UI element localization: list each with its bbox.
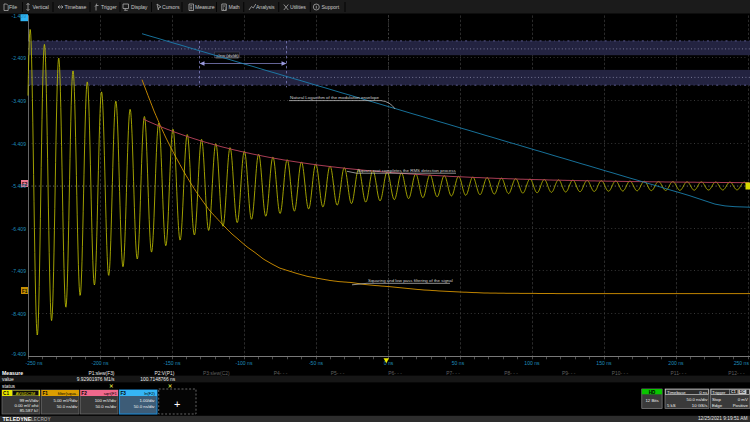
svg-text:-8.409: -8.409 bbox=[12, 311, 27, 317]
svg-text:50.0 ns/div: 50.0 ns/div bbox=[57, 404, 79, 409]
svg-text:-5.409: -5.409 bbox=[12, 183, 27, 189]
svg-text:85.587 k#: 85.587 k# bbox=[20, 408, 39, 413]
svg-text:Measure: Measure bbox=[195, 4, 215, 10]
svg-text:Square root completes the RMS: Square root completes the RMS detection … bbox=[358, 168, 457, 173]
svg-text:-9.409: -9.409 bbox=[12, 351, 27, 357]
svg-text:Vertical: Vertical bbox=[33, 4, 49, 10]
svg-text:-3.409: -3.409 bbox=[12, 98, 27, 104]
svg-text:value: value bbox=[2, 377, 14, 382]
svg-text:0 ns: 0 ns bbox=[699, 390, 707, 395]
svg-text:100.7148766 ns: 100.7148766 ns bbox=[140, 377, 176, 382]
svg-text:C1: C1 bbox=[731, 390, 736, 394]
svg-text:✕: ✕ bbox=[109, 383, 114, 389]
svg-text:-4.409: -4.409 bbox=[12, 141, 27, 147]
svg-text:50.0 ns/div: 50.0 ns/div bbox=[687, 397, 709, 402]
svg-text:P10- - -: P10- - - bbox=[612, 371, 629, 376]
svg-text:-250 ns: -250 ns bbox=[26, 360, 43, 366]
svg-text:Timebase: Timebase bbox=[65, 4, 87, 10]
svg-text:P6- - -: P6- - - bbox=[388, 371, 402, 376]
svg-text:P8- - -: P8- - - bbox=[504, 371, 518, 376]
svg-text:5 kS: 5 kS bbox=[667, 403, 676, 408]
svg-text:Measure: Measure bbox=[2, 370, 23, 376]
svg-text:Timebase: Timebase bbox=[667, 390, 686, 395]
svg-text:✕: ✕ bbox=[168, 383, 173, 389]
svg-text:Cursors: Cursors bbox=[162, 4, 180, 10]
svg-text:0 mV: 0 mV bbox=[738, 397, 748, 402]
svg-text:-50 ns: -50 ns bbox=[309, 360, 324, 366]
svg-text:Trigger: Trigger bbox=[101, 4, 117, 10]
svg-text:DC: DC bbox=[740, 390, 746, 394]
svg-text:filter(squa..: filter(squa.. bbox=[58, 391, 78, 396]
svg-text:-7.409: -7.409 bbox=[12, 268, 27, 274]
svg-text:P9- - -: P9- - - bbox=[562, 371, 576, 376]
svg-text:250 ns: 250 ns bbox=[734, 360, 750, 366]
svg-text:P12- - -: P12- - - bbox=[728, 371, 745, 376]
svg-text:-6.409: -6.409 bbox=[12, 226, 27, 232]
svg-text:200 ns: 200 ns bbox=[668, 360, 684, 366]
svg-text:-2.409: -2.409 bbox=[12, 55, 27, 61]
svg-text:-150 ns: -150 ns bbox=[164, 360, 181, 366]
svg-text:Edge: Edge bbox=[712, 403, 723, 408]
svg-text:50 ns: 50 ns bbox=[452, 360, 465, 366]
svg-text:Natural Logarithm of the modul: Natural Logarithm of the modulation enve… bbox=[290, 95, 379, 100]
svg-text:AVG|DC1M: AVG|DC1M bbox=[16, 392, 35, 396]
svg-text:100 mV/div: 100 mV/div bbox=[95, 398, 117, 403]
svg-text:Display: Display bbox=[131, 4, 148, 10]
svg-text:P3:slew(C2): P3:slew(C2) bbox=[203, 371, 230, 376]
svg-text:C1: C1 bbox=[3, 391, 9, 396]
svg-text:Support: Support bbox=[322, 4, 340, 10]
svg-text:F1: F1 bbox=[43, 391, 49, 396]
svg-text:sqrt(F1: sqrt(F1 bbox=[104, 391, 118, 396]
svg-text:Trigger: Trigger bbox=[712, 390, 726, 395]
svg-text:Analysis: Analysis bbox=[256, 4, 275, 10]
svg-text:5.00 mV²/div: 5.00 mV²/div bbox=[53, 398, 78, 403]
svg-text:Positive: Positive bbox=[733, 403, 749, 408]
svg-text:P1:slew(F3): P1:slew(F3) bbox=[88, 371, 114, 376]
svg-text:50.0 ns/div: 50.0 ns/div bbox=[95, 404, 117, 409]
svg-text:ln(F2): ln(F2) bbox=[144, 391, 155, 396]
svg-text:P7- - -: P7- - - bbox=[446, 371, 460, 376]
svg-text:P2:V(P1): P2:V(P1) bbox=[154, 371, 174, 376]
svg-text:F1: F1 bbox=[22, 289, 28, 294]
svg-text:Math: Math bbox=[229, 4, 240, 10]
svg-text:P4- - -: P4- - - bbox=[274, 371, 288, 376]
svg-text:150 ns: 150 ns bbox=[596, 360, 612, 366]
svg-text:-1.409: -1.409 bbox=[12, 13, 27, 19]
svg-text:status: status bbox=[2, 384, 16, 389]
svg-text:-200 ns: -200 ns bbox=[92, 360, 109, 366]
svg-text:10 GS/s: 10 GS/s bbox=[692, 403, 708, 408]
svg-text:50.0 ns/div: 50.0 ns/div bbox=[134, 404, 156, 409]
svg-text:Squaring and low pass filterin: Squaring and low pass filtering of the s… bbox=[368, 278, 453, 283]
svg-text:LECROY: LECROY bbox=[31, 417, 51, 422]
svg-text:-100 ns: -100 ns bbox=[236, 360, 253, 366]
svg-text:Utilities: Utilities bbox=[290, 4, 306, 10]
svg-text:1.00/div: 1.00/div bbox=[139, 398, 155, 403]
svg-text:12/25/2021 9:19:51 AM: 12/25/2021 9:19:51 AM bbox=[698, 416, 748, 421]
svg-text:P11- - -: P11- - - bbox=[671, 371, 687, 376]
svg-text:12 Bits: 12 Bits bbox=[645, 398, 658, 403]
svg-text:TELEDYNE: TELEDYNE bbox=[3, 416, 32, 422]
svg-text:100 ns: 100 ns bbox=[524, 360, 540, 366]
svg-text:F2: F2 bbox=[81, 391, 87, 396]
svg-text:HD: HD bbox=[649, 390, 656, 395]
svg-text:P5- - -: P5- - - bbox=[331, 371, 345, 376]
svg-text:9.92901976 M1/s: 9.92901976 M1/s bbox=[77, 377, 115, 382]
svg-text:Stop: Stop bbox=[712, 397, 721, 402]
svg-text:F3: F3 bbox=[121, 391, 127, 396]
svg-text:File: File bbox=[9, 4, 17, 10]
svg-text:+: + bbox=[174, 398, 180, 410]
